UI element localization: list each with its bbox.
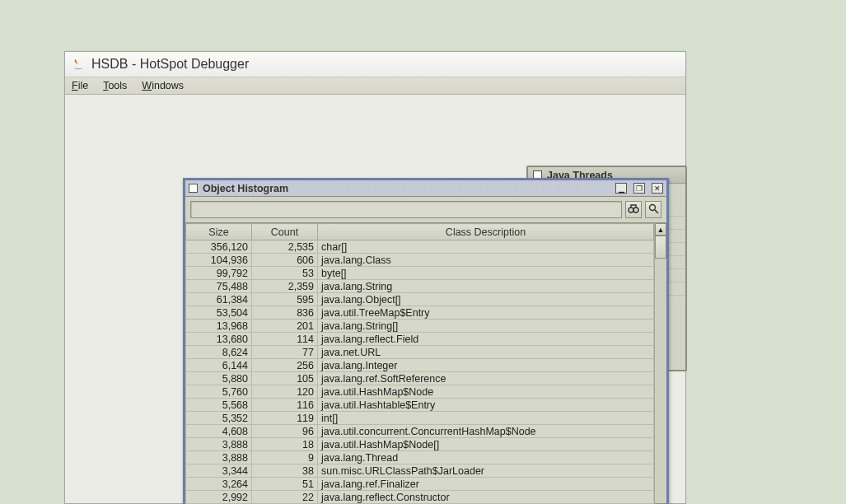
cell-size: 13,968 xyxy=(186,320,252,333)
close-button[interactable]: ✕ xyxy=(652,183,663,194)
table-row[interactable]: 5,568116java.util.Hashtable$Entry xyxy=(186,399,654,412)
cell-count: 114 xyxy=(252,333,318,346)
cell-size: 2,992 xyxy=(186,491,252,504)
table-row[interactable]: 3,8889java.lang.Thread xyxy=(186,451,654,464)
table-row[interactable]: 3,34438sun.misc.URLClassPath$JarLoader xyxy=(186,464,654,478)
inspect-button[interactable] xyxy=(645,201,661,218)
window-title: HSDB - HotSpot Debugger xyxy=(91,57,249,72)
cell-size: 13,680 xyxy=(186,333,252,346)
cell-size: 53,504 xyxy=(186,306,252,320)
object-histogram-frame[interactable]: Object Histogram ▁ ❐ ✕ xyxy=(183,178,669,504)
table-row[interactable]: 53,504836java.util.TreeMap$Entry xyxy=(186,306,654,320)
cell-desc: java.lang.reflect.Field xyxy=(318,333,654,346)
cell-desc: java.net.URL xyxy=(318,346,654,359)
cell-size: 3,344 xyxy=(186,464,252,478)
main-window: HSDB - HotSpot Debugger File Tools Windo… xyxy=(64,51,686,504)
cell-count: 606 xyxy=(252,254,318,267)
table-row[interactable]: 356,1202,535char[] xyxy=(186,240,654,254)
cell-size: 99,792 xyxy=(186,267,252,280)
cell-count: 2,535 xyxy=(252,240,318,254)
table-row[interactable]: 5,880105java.lang.ref.SoftReference xyxy=(186,372,654,385)
cell-desc: java.lang.Class xyxy=(318,254,654,267)
cell-size: 61,384 xyxy=(186,293,252,306)
svg-point-0 xyxy=(629,208,633,212)
cell-desc: char[] xyxy=(318,240,654,254)
desktop-pane: Java Threads -Bre ner atcl ock Han Objec… xyxy=(65,95,685,503)
cell-size: 3,888 xyxy=(186,451,252,464)
object-histogram-titlebar[interactable]: Object Histogram ▁ ❐ ✕ xyxy=(185,180,666,197)
column-count[interactable]: Count xyxy=(252,224,318,240)
cell-count: 105 xyxy=(252,372,318,385)
cell-desc: java.util.TreeMap$Entry xyxy=(318,306,654,320)
table-row[interactable]: 75,4882,359java.lang.String xyxy=(186,280,654,293)
search-input[interactable] xyxy=(190,201,622,218)
search-bar xyxy=(185,197,666,222)
column-desc[interactable]: Class Description xyxy=(318,224,654,240)
cell-size: 5,352 xyxy=(186,412,252,425)
menubar: File Tools Windows xyxy=(65,77,685,95)
table-row[interactable]: 4,60896java.util.concurrent.ConcurrentHa… xyxy=(186,425,654,438)
cell-count: 77 xyxy=(252,346,318,359)
table-row[interactable]: 5,760120java.util.HashMap$Node xyxy=(186,385,654,399)
cell-desc: java.util.concurrent.ConcurrentHashMap$N… xyxy=(318,425,654,438)
cell-count: 116 xyxy=(252,399,318,412)
cell-count: 256 xyxy=(252,359,318,372)
table-row[interactable]: 104,936606java.lang.Class xyxy=(186,254,654,267)
cell-desc: java.lang.Integer xyxy=(318,359,654,372)
svg-point-2 xyxy=(649,204,655,210)
find-button[interactable] xyxy=(625,201,642,218)
menu-windows[interactable]: Windows xyxy=(138,80,187,91)
cell-count: 22 xyxy=(252,491,318,504)
table-row[interactable]: 5,352119int[] xyxy=(186,412,654,425)
magnifier-icon xyxy=(648,203,659,217)
cell-count: 836 xyxy=(252,306,318,320)
cell-desc: java.lang.String xyxy=(318,280,654,293)
cell-desc: byte[] xyxy=(318,267,654,280)
vertical-scrollbar[interactable]: ▲ ▼ xyxy=(654,223,666,504)
svg-point-1 xyxy=(633,208,638,212)
table-row[interactable]: 6,144256java.lang.Integer xyxy=(186,359,654,372)
table-row[interactable]: 61,384595java.lang.Object[] xyxy=(186,293,654,306)
table-row[interactable]: 13,680114java.lang.reflect.Field xyxy=(186,333,654,346)
table-row[interactable]: 99,79253byte[] xyxy=(186,267,654,280)
column-size[interactable]: Size xyxy=(186,224,252,240)
scroll-thumb[interactable] xyxy=(655,236,666,259)
cell-size: 5,880 xyxy=(186,372,252,385)
cell-size: 3,264 xyxy=(186,478,252,491)
cell-desc: java.util.HashMap$Node xyxy=(318,385,654,399)
cell-desc: int[] xyxy=(318,412,654,425)
cell-count: 119 xyxy=(252,412,318,425)
cell-desc: java.lang.String[] xyxy=(318,320,654,333)
table-row[interactable]: 3,88818java.util.HashMap$Node[] xyxy=(186,438,654,451)
maximize-button[interactable]: ❐ xyxy=(633,183,645,194)
menu-tools[interactable]: Tools xyxy=(100,80,130,91)
table-row[interactable]: 13,968201java.lang.String[] xyxy=(186,320,654,333)
cell-count: 53 xyxy=(252,267,318,280)
binoculars-icon xyxy=(628,203,639,217)
cell-desc: java.lang.Object[] xyxy=(318,293,654,306)
cell-size: 75,488 xyxy=(186,280,252,293)
svg-line-3 xyxy=(655,210,658,213)
cell-size: 4,608 xyxy=(186,425,252,438)
menu-file[interactable]: File xyxy=(68,80,91,91)
cell-desc: java.lang.reflect.Constructor xyxy=(318,491,654,504)
cell-desc: sun.misc.URLClassPath$JarLoader xyxy=(318,464,654,478)
histogram-table-wrap: Size Count Class Description 356,1202,53… xyxy=(185,222,666,504)
cell-size: 8,624 xyxy=(186,346,252,359)
cell-count: 2,359 xyxy=(252,280,318,293)
cell-count: 51 xyxy=(252,478,318,491)
cell-desc: java.lang.ref.SoftReference xyxy=(318,372,654,385)
cell-desc: java.lang.Thread xyxy=(318,451,654,464)
table-row[interactable]: 8,62477java.net.URL xyxy=(186,346,654,359)
cell-size: 356,120 xyxy=(186,240,252,254)
scroll-up-button[interactable]: ▲ xyxy=(655,223,666,236)
object-histogram-title: Object Histogram xyxy=(203,183,288,194)
cell-count: 201 xyxy=(252,320,318,333)
cell-count: 38 xyxy=(252,464,318,478)
table-row[interactable]: 2,99222java.lang.reflect.Constructor xyxy=(186,491,654,504)
cell-desc: java.lang.ref.Finalizer xyxy=(318,478,654,491)
titlebar[interactable]: HSDB - HotSpot Debugger xyxy=(65,52,685,77)
minimize-button[interactable]: ▁ xyxy=(615,183,627,194)
histogram-table: Size Count Class Description 356,1202,53… xyxy=(185,223,654,504)
table-row[interactable]: 3,26451java.lang.ref.Finalizer xyxy=(186,478,654,491)
